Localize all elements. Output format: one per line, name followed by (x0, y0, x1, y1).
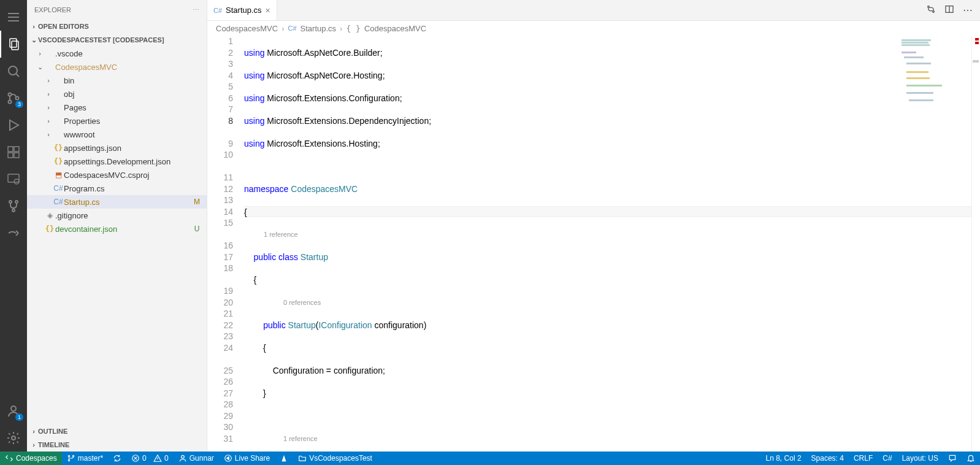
svg-point-21 (12, 436, 15, 440)
split-editor-icon[interactable] (944, 4, 954, 17)
svg-point-26 (68, 455, 69, 456)
codelens-reference[interactable]: 1 reference (244, 435, 318, 442)
status-indentation[interactable]: Spaces: 4 (806, 452, 849, 465)
timeline-section[interactable]: ›TIMELINE (27, 438, 207, 452)
svg-point-16 (14, 179, 19, 184)
svg-point-28 (72, 455, 74, 456)
csharp-icon: C# (53, 198, 64, 206)
svg-point-33 (181, 455, 184, 458)
status-branch[interactable]: master* (62, 452, 108, 465)
minimap[interactable] (898, 36, 971, 121)
csproj-icon: ⬒ (53, 171, 64, 179)
svg-point-8 (9, 101, 12, 104)
json-icon: {} (53, 157, 64, 166)
svg-rect-14 (14, 153, 19, 158)
git-icon: ◈ (44, 211, 55, 220)
svg-rect-4 (12, 41, 18, 50)
accounts-icon[interactable]: 1 (0, 398, 27, 425)
code-editor[interactable]: 1 2 3 4 5 6 7 8 9 10 11 12 13 14 15 16 1… (207, 36, 980, 452)
menu-icon[interactable] (0, 4, 27, 31)
line-gutter: 1 2 3 4 5 6 7 8 9 10 11 12 13 14 15 16 1… (207, 36, 244, 452)
status-layout[interactable]: Layout: US (897, 452, 943, 465)
activity-bar: 3 1 (0, 0, 27, 452)
tree-file-program[interactable]: C#Program.cs (27, 182, 207, 195)
tree-file-gitignore[interactable]: ◈.gitignore (27, 209, 207, 222)
status-liveshare-user[interactable]: Gunnar (174, 452, 219, 465)
search-icon[interactable] (0, 58, 27, 85)
svg-line-6 (16, 74, 19, 77)
svg-rect-3 (10, 39, 17, 47)
json-icon: {} (53, 144, 64, 152)
explorer-sidebar: EXPLORER ⋯ ›OPEN EDITORS ⌄VSCODESPACESTE… (27, 0, 207, 452)
status-feedback-icon[interactable] (943, 452, 962, 465)
tree-file-csproj[interactable]: ⬒CodespacesMVC.csproj (27, 168, 207, 182)
status-bell-icon[interactable] (962, 452, 980, 465)
codelens-reference[interactable]: 0 references (244, 299, 321, 306)
overview-ruler[interactable] (971, 36, 980, 452)
untracked-status: U (192, 225, 202, 233)
remote-explorer-icon[interactable] (0, 166, 27, 193)
svg-rect-15 (8, 174, 19, 182)
status-azure[interactable] (275, 452, 293, 465)
tab-bar: C# Startup.cs × ⋯ (207, 0, 980, 21)
compare-changes-icon[interactable] (926, 4, 936, 17)
status-liveshare[interactable]: Live Share (219, 452, 275, 465)
status-problems[interactable]: 0 0 (126, 452, 174, 465)
tree-folder-properties[interactable]: ›Properties (27, 114, 207, 128)
tab-startup[interactable]: C# Startup.cs × (207, 0, 277, 20)
tab-label: Startup.cs (226, 6, 262, 15)
editor-area: C# Startup.cs × ⋯ CodespacesMVC› C#Start… (207, 0, 980, 452)
extensions-icon[interactable] (0, 139, 27, 166)
status-eol[interactable]: CRLF (849, 452, 878, 465)
source-control-icon[interactable]: 3 (0, 85, 27, 112)
svg-marker-10 (10, 120, 18, 130)
status-cursor-position[interactable]: Ln 8, Col 2 (761, 452, 806, 465)
github-icon[interactable] (0, 193, 27, 220)
scm-badge: 3 (15, 101, 23, 108)
svg-rect-13 (8, 153, 13, 158)
feedback-icon[interactable] (0, 220, 27, 247)
json-icon: {} (44, 225, 55, 233)
tree-folder-vscode[interactable]: ›.vscode (27, 47, 207, 60)
svg-point-9 (16, 97, 19, 100)
tree-folder-obj[interactable]: ›obj (27, 87, 207, 101)
tree-folder-project[interactable]: ⌄CodespacesMVC (27, 60, 207, 74)
breadcrumb-folder[interactable]: CodespacesMVC (216, 24, 278, 33)
tree-file-appsettings-dev[interactable]: {}appsettings.Development.json (27, 155, 207, 168)
tree-file-startup[interactable]: C#Startup.csM (27, 195, 207, 209)
csharp-icon: C# (213, 7, 222, 14)
workspace-section[interactable]: ⌄VSCODESPACESTEST [CODESPACES] (27, 33, 207, 47)
modified-status: M (192, 198, 202, 206)
svg-point-5 (9, 66, 17, 75)
breadcrumb-symbol[interactable]: CodespacesMVC (364, 24, 426, 33)
svg-point-20 (11, 406, 16, 411)
codelens-reference[interactable]: 1 reference (244, 231, 298, 238)
settings-gear-icon[interactable] (0, 425, 27, 452)
status-folder[interactable]: VsCodespacesTest (293, 452, 377, 465)
svg-rect-12 (14, 147, 19, 152)
explorer-icon[interactable] (0, 31, 27, 58)
sidebar-title: EXPLORER (34, 6, 71, 13)
run-debug-icon[interactable] (0, 112, 27, 139)
code-content[interactable]: using Microsoft.AspNetCore.Builder; usin… (244, 36, 980, 452)
more-actions-icon[interactable]: ⋯ (963, 4, 973, 16)
sidebar-more-icon[interactable]: ⋯ (193, 6, 199, 14)
csharp-icon: C# (288, 25, 297, 32)
svg-point-23 (933, 10, 935, 12)
outline-section[interactable]: ›OUTLINE (27, 425, 207, 438)
account-badge: 1 (15, 413, 23, 421)
open-editors-section[interactable]: ›OPEN EDITORS (27, 20, 207, 33)
tree-file-devcontainer[interactable]: {}devcontainer.jsonU (27, 222, 207, 236)
status-language[interactable]: C# (878, 452, 897, 465)
breadcrumbs[interactable]: CodespacesMVC› C#Startup.cs› { }Codespac… (207, 21, 980, 36)
tree-folder-pages[interactable]: ›Pages (27, 101, 207, 114)
file-tree: ›.vscode ⌄CodespacesMVC ›bin ›obj ›Pages… (27, 47, 207, 425)
tree-folder-wwwroot[interactable]: ›wwwroot (27, 128, 207, 141)
tree-folder-bin[interactable]: ›bin (27, 74, 207, 87)
close-icon[interactable]: × (266, 6, 270, 15)
breadcrumb-file[interactable]: Startup.cs (301, 24, 337, 33)
tree-file-appsettings[interactable]: {}appsettings.json (27, 141, 207, 155)
status-sync[interactable] (108, 452, 126, 465)
svg-point-27 (68, 459, 69, 461)
status-remote[interactable]: Codespaces (0, 452, 62, 465)
